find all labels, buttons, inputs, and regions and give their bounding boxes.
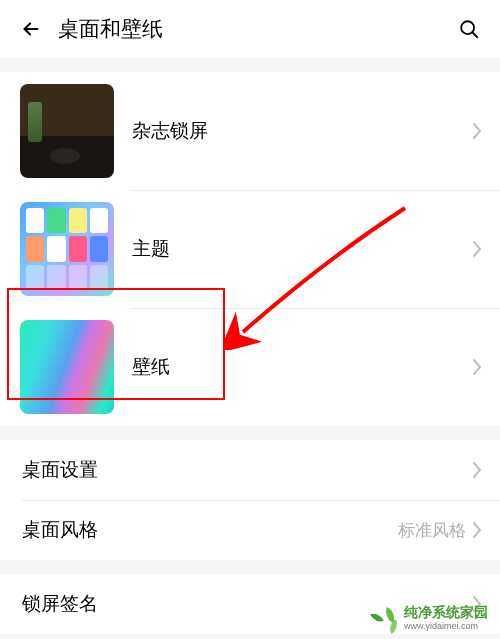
wallpaper-thumbnail: [20, 320, 114, 414]
theme-thumbnail: [20, 202, 114, 296]
item-theme[interactable]: 主题: [0, 190, 500, 308]
chevron-right-icon: [472, 240, 482, 258]
lockscreen-thumbnail: [20, 84, 114, 178]
watermark-brand: 纯净系统家园: [404, 605, 488, 620]
item-label: 壁纸: [132, 354, 472, 380]
back-icon[interactable]: [18, 16, 44, 42]
item-label: 桌面风格: [22, 517, 398, 543]
header: 桌面和壁纸: [0, 0, 500, 58]
chevron-right-icon: [472, 521, 482, 539]
chevron-right-icon: [472, 358, 482, 376]
page-title: 桌面和壁纸: [58, 15, 456, 43]
item-label: 杂志锁屏: [132, 118, 472, 144]
item-value: 标准风格: [398, 519, 466, 542]
chevron-right-icon: [472, 461, 482, 479]
watermark-url: www.yidaimei.com: [404, 621, 488, 631]
settings-group-desktop: 桌面设置 桌面风格 标准风格: [0, 440, 500, 560]
watermark: 纯净系统家园 www.yidaimei.com: [372, 605, 488, 631]
item-desktop-style[interactable]: 桌面风格 标准风格: [0, 500, 500, 560]
settings-group-visual: 杂志锁屏 主题 壁纸: [0, 72, 500, 426]
chevron-right-icon: [472, 122, 482, 140]
item-magazine-lockscreen[interactable]: 杂志锁屏: [0, 72, 500, 190]
watermark-logo-icon: [372, 605, 398, 631]
item-label: 主题: [132, 236, 472, 262]
item-label: 桌面设置: [22, 457, 472, 483]
item-desktop-settings[interactable]: 桌面设置: [0, 440, 500, 500]
search-icon[interactable]: [456, 16, 482, 42]
item-wallpaper[interactable]: 壁纸: [0, 308, 500, 426]
